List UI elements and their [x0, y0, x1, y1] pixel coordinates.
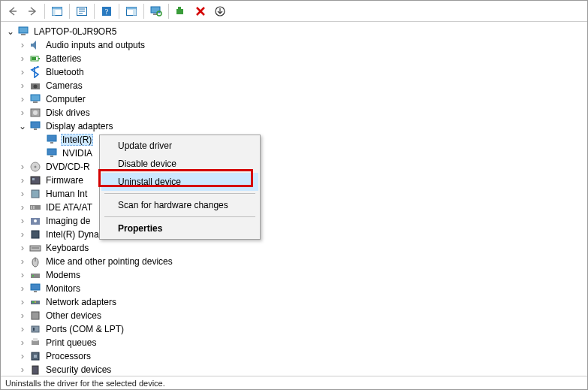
- tree-category[interactable]: Monitors: [4, 282, 587, 295]
- toolbar-forward-button[interactable]: [23, 3, 41, 20]
- expand-toggle[interactable]: [17, 162, 28, 172]
- expand-toggle[interactable]: [17, 175, 28, 186]
- toolbar-separator: [143, 4, 144, 19]
- expand-toggle[interactable]: [17, 40, 28, 50]
- toolbar: ?: [1, 1, 587, 22]
- device-tree[interactable]: LAPTOP-0LJR9OR5 Audio inputs and outputs…: [1, 22, 587, 376]
- svg-rect-29: [31, 122, 40, 128]
- toolbar-down-button[interactable]: [211, 3, 229, 20]
- tree-category[interactable]: Cameras: [4, 79, 587, 92]
- context-menu-item[interactable]: Uninstall device: [101, 173, 258, 191]
- svg-point-36: [35, 166, 37, 168]
- expand-toggle[interactable]: [17, 297, 28, 307]
- expand-toggle[interactable]: [17, 229, 28, 240]
- tree-category-label: IDE ATA/AT: [44, 202, 94, 213]
- toolbar-showpane-button[interactable]: [48, 3, 66, 20]
- toolbar-scan-button[interactable]: [147, 3, 165, 20]
- context-menu-item[interactable]: Update driver: [101, 137, 258, 155]
- battery-icon: [29, 53, 41, 65]
- svg-rect-30: [34, 128, 37, 130]
- tree-category[interactable]: Batteries: [4, 52, 587, 65]
- tree-category[interactable]: Modems: [4, 268, 587, 282]
- audio-icon: [29, 39, 41, 51]
- tree-category-label: Human Int: [44, 189, 89, 199]
- toolbar-action-button[interactable]: [122, 3, 140, 20]
- svg-rect-21: [38, 58, 40, 59]
- tree-category[interactable]: Display adapters: [4, 119, 587, 133]
- expand-toggle[interactable]: [17, 256, 28, 267]
- properties-icon: [77, 7, 87, 16]
- toolbar-separator: [44, 4, 45, 19]
- tree-root[interactable]: LAPTOP-0LJR9OR5: [4, 25, 587, 38]
- svg-rect-63: [34, 355, 37, 358]
- expand-toggle[interactable]: [17, 364, 28, 375]
- expand-toggle[interactable]: [17, 310, 28, 321]
- expand-toggle[interactable]: [17, 216, 28, 226]
- tree-category[interactable]: Computer: [4, 92, 587, 106]
- toolbar-back-button[interactable]: [4, 3, 22, 20]
- expand-toggle[interactable]: [5, 26, 16, 37]
- tree-device[interactable]: NVIDIA: [4, 147, 587, 160]
- tree-category[interactable]: Print queues: [4, 336, 587, 349]
- tree-category[interactable]: Audio inputs and outputs: [4, 38, 587, 52]
- tree-category-label: Computer: [44, 94, 87, 104]
- arrow-left-icon: [8, 6, 18, 17]
- tree-category[interactable]: Other devices: [4, 309, 587, 322]
- context-menu-item[interactable]: Scan for hardware changes: [101, 196, 258, 214]
- tree-category[interactable]: Processors: [4, 349, 587, 363]
- tree-category[interactable]: Network adapters: [4, 295, 587, 309]
- expand-toggle[interactable]: [17, 351, 28, 361]
- tree-category-label: Imaging de: [44, 216, 92, 226]
- svg-rect-18: [19, 27, 28, 33]
- tree-category[interactable]: Imaging de: [4, 214, 587, 228]
- toolbar-uninstall-button[interactable]: [191, 3, 210, 20]
- expand-toggle[interactable]: [17, 189, 28, 199]
- tree-category[interactable]: Intel(R) Dynamic Platform and Thermal Fr…: [4, 228, 587, 241]
- svg-rect-52: [31, 284, 40, 290]
- ide-icon: [29, 201, 41, 213]
- tree-category[interactable]: Bluetooth: [4, 65, 587, 79]
- tree-category[interactable]: Ports (COM & LPT): [4, 322, 587, 336]
- svg-rect-11: [133, 9, 137, 15]
- svg-point-28: [33, 110, 38, 115]
- expand-toggle[interactable]: [17, 67, 28, 77]
- tree-category[interactable]: Human Int: [4, 187, 587, 201]
- expand-toggle[interactable]: [17, 243, 28, 253]
- tree-category[interactable]: Mice and other pointing devices: [4, 255, 587, 268]
- tree-category[interactable]: Disk drives: [4, 106, 587, 119]
- expand-toggle[interactable]: [17, 94, 28, 104]
- toolbar-properties-button[interactable]: [73, 3, 91, 20]
- tree-device[interactable]: Intel(R): [4, 133, 587, 147]
- expand-toggle[interactable]: [17, 53, 28, 64]
- toolbar-help-button[interactable]: ?: [98, 3, 116, 20]
- expand-toggle[interactable]: [17, 107, 28, 118]
- display-icon: [46, 147, 58, 159]
- dvd-icon: [29, 161, 41, 173]
- tree-category[interactable]: IDE ATA/AT: [4, 201, 587, 214]
- svg-rect-61: [33, 338, 38, 341]
- svg-rect-45: [32, 231, 39, 238]
- expand-toggle[interactable]: [17, 283, 28, 294]
- toolbar-separator: [119, 4, 119, 19]
- tree-category[interactable]: Security devices: [4, 363, 587, 376]
- context-menu-item[interactable]: Disable device: [101, 155, 258, 173]
- toolbar-addlegacy-button[interactable]: [172, 3, 190, 20]
- monitor-icon: [29, 283, 41, 295]
- tree-category[interactable]: Firmware: [4, 174, 587, 187]
- expand-toggle[interactable]: [17, 270, 28, 280]
- expand-toggle[interactable]: [17, 80, 28, 91]
- expand-toggle[interactable]: [17, 337, 28, 348]
- expand-toggle[interactable]: [17, 324, 28, 334]
- expand-toggle[interactable]: [17, 121, 28, 132]
- display-icon: [46, 134, 58, 146]
- context-menu-item[interactable]: Properties: [101, 219, 258, 237]
- pane2-icon: [126, 7, 137, 16]
- disk-icon: [29, 107, 41, 119]
- expand-toggle[interactable]: [17, 202, 28, 213]
- hid-icon: [29, 188, 41, 200]
- tree-category[interactable]: Keyboards: [4, 241, 587, 255]
- imaging-icon: [29, 215, 41, 227]
- svg-rect-22: [32, 57, 36, 60]
- tree-category[interactable]: DVD/CD-R: [4, 160, 587, 174]
- svg-point-51: [32, 275, 34, 277]
